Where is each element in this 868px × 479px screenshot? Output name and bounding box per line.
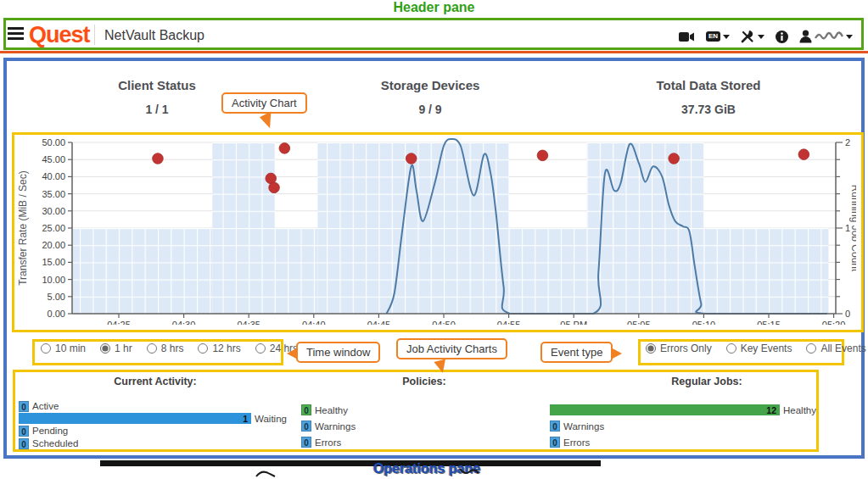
left-axis-tick: 35.00 (42, 189, 65, 199)
activity-chart: 50.0045.0040.0035.0030.0025.0020.0015.00… (14, 135, 856, 325)
activity-chart-callout-text: Activity Chart (232, 97, 297, 109)
error-event-dot (406, 153, 417, 164)
job-activity-row-errors: 0Errors (550, 434, 816, 450)
header-pane-annotation: Header pane (0, 0, 868, 15)
left-axis-tick: 10.00 (42, 275, 65, 285)
job-row-label: Warnings (315, 421, 356, 432)
status-label: Storage Devices (324, 78, 536, 92)
time-window-radio[interactable] (147, 343, 157, 354)
error-event-dot (153, 153, 164, 164)
job-row-label: Waiting (255, 414, 287, 424)
radio-label: 12 hrs (212, 343, 240, 354)
time-window-option-10-min[interactable]: 10 min (41, 343, 86, 354)
job-count-chip: 0 (19, 438, 29, 449)
x-axis-tick: 04:45 (367, 320, 391, 325)
current-activity-title: Current Activity: (19, 376, 292, 387)
left-axis-title: Transfer Rate (MiB / Sec) (17, 170, 29, 286)
job-count-chip: 0 (550, 421, 560, 432)
job-activity-row-pending: 0Pending (19, 425, 287, 437)
error-event-dot (279, 143, 290, 154)
operations-pane-annotation: Operations pane (338, 461, 516, 476)
callout-pointer (287, 348, 298, 359)
job-count-chip: 0 (301, 421, 311, 432)
x-axis-tick: 04:55 (497, 320, 521, 325)
event-type-radio[interactable] (726, 343, 736, 354)
regular-jobs-title: Regular Jobs: (550, 376, 864, 387)
running-job-count-band (73, 228, 213, 314)
running-job-count-band (587, 142, 704, 314)
time-window-callout: Time window (296, 342, 380, 363)
job-activity-row-healthy: 0Healthy (301, 402, 356, 418)
event-type-option-all-events[interactable]: All Events (806, 343, 865, 354)
time-window-radios: 10 min1 hr8 hrs12 hrs24 hrs (41, 343, 298, 354)
job-count-chip: 0 (301, 437, 311, 448)
app-title: NetVault Backup (104, 28, 204, 43)
time-window-radio[interactable] (198, 343, 208, 354)
running-job-count-band (212, 142, 275, 314)
job-row-label: Errors (563, 437, 590, 448)
time-window-radio[interactable] (255, 343, 266, 354)
x-axis-tick: 04:35 (237, 320, 260, 325)
x-axis-tick: 05 PM (560, 320, 587, 325)
job-row-label: Active (32, 401, 59, 411)
divider (94, 25, 95, 45)
ink-mark (255, 469, 280, 479)
header-divider (0, 51, 868, 53)
language-icon[interactable]: EN (706, 31, 730, 42)
x-axis-tick: 04:50 (432, 320, 456, 325)
video-camera-icon[interactable] (679, 31, 695, 42)
error-event-dot (537, 150, 548, 161)
job-activity-row-waiting: 1Waiting (19, 413, 287, 426)
event-type-radio[interactable] (646, 343, 656, 354)
event-type-option-key-events[interactable]: Key Events (726, 343, 792, 354)
event-type-radios: Errors OnlyKey EventsAll Events (646, 343, 866, 354)
status-label: Client Status (51, 78, 263, 92)
job-count-chip: 0 (301, 404, 311, 415)
radio-label: Errors Only (660, 343, 712, 354)
user-menu[interactable] (799, 30, 853, 43)
right-axis-tick: 2 (845, 137, 850, 148)
left-axis-tick: 15.00 (42, 257, 65, 267)
header-toolbar: EN (679, 30, 853, 43)
total-data-stored-block: Total Data Stored 37.73 GiB (602, 78, 815, 116)
job-row-label: Scheduled (32, 438, 78, 448)
event-type-radio[interactable] (806, 343, 816, 354)
time-window-radio[interactable] (100, 343, 110, 354)
event-type-callout-text: Event type (551, 346, 602, 359)
hamburger-menu-icon[interactable] (8, 27, 24, 41)
username-redacted (815, 31, 843, 42)
time-window-option-8-hrs[interactable]: 8 hrs (147, 343, 184, 354)
left-axis-tick: 45.00 (42, 154, 65, 164)
job-row-label: Healthy (783, 405, 816, 415)
job-activity-row-errors: 0Errors (301, 434, 356, 450)
tools-icon[interactable] (741, 30, 764, 43)
time-window-callout-text: Time window (306, 346, 370, 359)
status-value: 37.73 GiB (602, 103, 815, 116)
running-job-count-band (509, 228, 587, 314)
time-window-radio[interactable] (41, 343, 51, 354)
error-event-dot (798, 149, 809, 160)
right-axis-title: Running Job Count (849, 185, 856, 272)
running-job-count-band (703, 228, 828, 314)
job-row-label: Errors (315, 437, 341, 448)
quest-logo: Quest (29, 22, 90, 48)
current-activity-rows: 0Active1Waiting0Pending0Scheduled (19, 400, 287, 449)
x-axis-tick: 05:05 (627, 320, 651, 325)
info-icon[interactable] (776, 31, 788, 43)
status-value: 9 / 9 (324, 103, 536, 116)
policies-title: Policies: (301, 376, 547, 387)
status-label: Total Data Stored (602, 78, 815, 92)
time-window-option-1-hr[interactable]: 1 hr (100, 343, 132, 354)
radio-label: Key Events (741, 343, 792, 354)
radio-label: 1 hr (115, 343, 132, 354)
event-type-option-errors-only[interactable]: Errors Only (646, 343, 712, 354)
job-activity-row-scheduled: 0Scheduled (19, 437, 287, 450)
policies-rows: 0Healthy0Warnings0Errors (301, 402, 356, 450)
left-axis-tick: 50.00 (42, 137, 65, 148)
left-axis-tick: 0.00 (48, 309, 65, 319)
job-count-bar: 1 (19, 413, 251, 424)
time-window-option-12-hrs[interactable]: 12 hrs (198, 343, 240, 354)
event-type-callout: Event type (540, 342, 613, 363)
radio-label: All Events (820, 343, 865, 354)
activity-chart-canvas: 50.0045.0040.0035.0030.0025.0020.0015.00… (14, 135, 856, 325)
